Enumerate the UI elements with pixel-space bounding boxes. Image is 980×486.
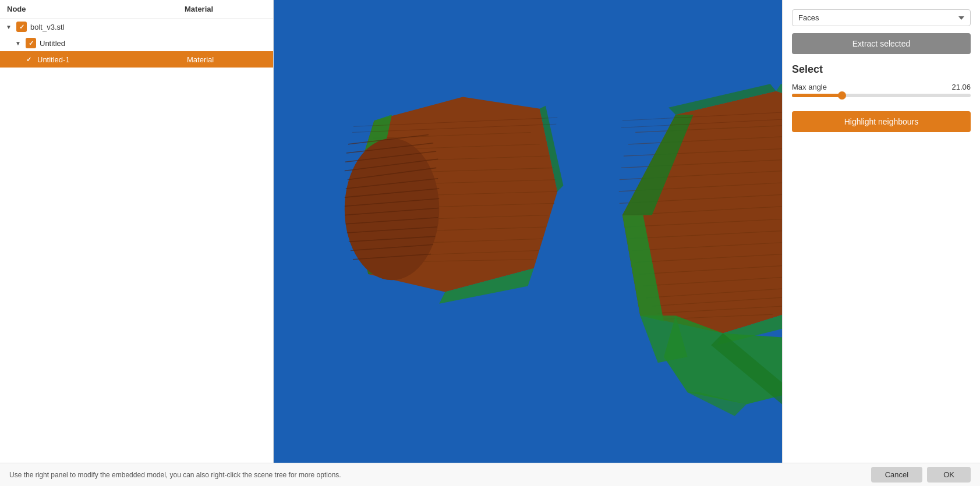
cancel-button[interactable]: Cancel — [871, 467, 922, 483]
tree-row-bolt-v3[interactable]: ▼ bolt_v3.stl — [0, 19, 273, 35]
extract-selected-button[interactable]: Extract selected — [792, 33, 971, 54]
status-bar: Use the right panel to modify the embedd… — [0, 463, 980, 486]
max-angle-section: Max angle 21.06 — [792, 83, 971, 104]
max-angle-label: Max angle — [792, 83, 827, 91]
material-cell-untitled-1: Material — [187, 55, 268, 64]
tree-row-untitled-1[interactable]: Untitled-1 Material — [0, 51, 273, 68]
checkbox-bolt-v3[interactable] — [16, 22, 27, 32]
row-content-untitled-1: Untitled-1 — [23, 54, 187, 65]
row-content-untitled: ▼ Untitled — [14, 38, 187, 48]
row-content: ▼ bolt_v3.stl — [5, 22, 187, 32]
highlight-neighbours-button[interactable]: Highlight neighbours — [792, 111, 971, 132]
status-buttons: Cancel OK — [871, 467, 971, 483]
slider-thumb[interactable] — [838, 91, 846, 100]
node-label-bolt-v3: bolt_v3.stl — [30, 23, 65, 31]
chevron-icon-untitled: ▼ — [14, 39, 22, 47]
status-text: Use the right panel to modify the embedd… — [9, 471, 341, 479]
bolt-3d-view — [274, 0, 782, 463]
max-angle-slider-track[interactable] — [792, 94, 971, 97]
select-section-title: Select — [792, 63, 971, 76]
checkbox-untitled-1[interactable] — [23, 54, 34, 65]
max-angle-row: Max angle 21.06 — [792, 83, 971, 91]
node-label-untitled-1: Untitled-1 — [37, 55, 70, 64]
column-headers: Node Material — [0, 0, 273, 19]
viewport[interactable] — [274, 0, 782, 463]
node-column-header: Node — [7, 5, 185, 13]
chevron-icon: ▼ — [5, 23, 13, 31]
ok-button[interactable]: OK — [927, 467, 971, 483]
scene-tree: ▼ bolt_v3.stl ▼ Untitled Unti — [0, 19, 273, 463]
max-angle-value: 21.06 — [951, 83, 971, 91]
tree-row-untitled[interactable]: ▼ Untitled — [0, 35, 273, 51]
faces-dropdown[interactable]: Faces Edges Vertices — [792, 9, 971, 26]
right-panel: Faces Edges Vertices Extract selected Se… — [782, 0, 980, 463]
material-column-header: Material — [185, 5, 266, 13]
left-panel: Node Material ▼ bolt_v3.stl ▼ Untitled — [0, 0, 274, 463]
node-label-untitled: Untitled — [40, 39, 65, 48]
main-area: Node Material ▼ bolt_v3.stl ▼ Untitled — [0, 0, 980, 463]
slider-fill — [792, 94, 842, 97]
checkbox-untitled[interactable] — [26, 38, 36, 48]
